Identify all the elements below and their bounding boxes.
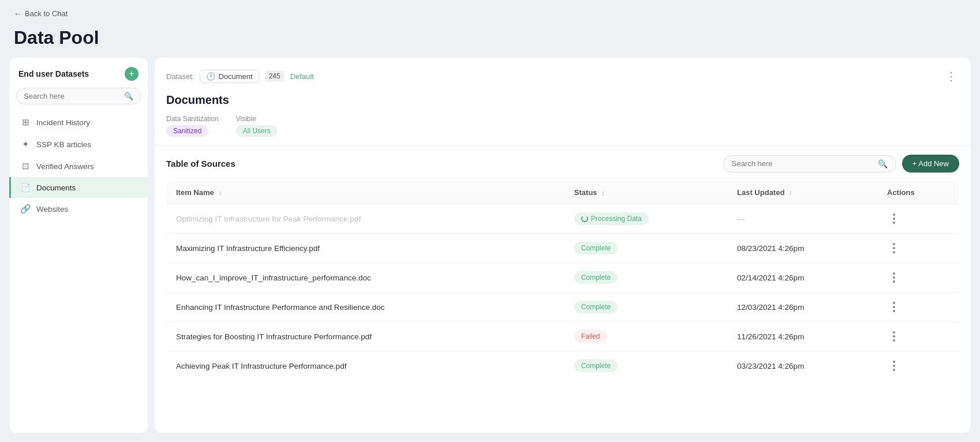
table-row: Enhancing IT Infrastructure Performance … (167, 293, 959, 322)
sanitization-col: Data Sanitization Sanitized (166, 115, 219, 137)
dataset-label: Dataset: (166, 72, 194, 81)
visible-badge: All Users (236, 125, 278, 137)
status-badge: Failed (574, 330, 607, 343)
table-search-box[interactable]: 🔍 (723, 155, 896, 173)
table-row: Achieving Peak IT Infrastructure Perform… (167, 351, 959, 381)
meta-row: Data Sanitization Sanitized Visible All … (166, 115, 959, 145)
sidebar-item-label: Verified Answers (36, 162, 94, 171)
sort-icon-updated[interactable]: ↕ (789, 189, 792, 196)
visible-col: Visible All Users (236, 115, 278, 137)
sidebar-nav: ⊞ Incident History ✦ SSP KB articles ⊡ V… (9, 111, 148, 220)
sidebar-search-box[interactable]: 🔍 (16, 88, 141, 104)
cell-status: Complete (565, 351, 728, 381)
cell-last-updated: 03/23/2021 4:26pm (728, 351, 878, 381)
table-search-icon: 🔍 (878, 159, 888, 168)
table-toolbar: Table of Sources 🔍 + Add New (166, 155, 959, 173)
sidebar-search-input[interactable] (24, 92, 121, 100)
sidebar-item-incident-history[interactable]: ⊞ Incident History (9, 111, 148, 133)
cell-item-name: Enhancing IT Infrastructure Performance … (167, 293, 565, 322)
status-badge: Processing Data (574, 212, 649, 225)
cell-item-name: Maximizing IT Infrastructure Efficiency.… (167, 234, 565, 263)
cell-status: Processing Data (565, 204, 728, 234)
sidebar-item-label: SSP KB articles (36, 140, 91, 149)
sort-icon-status[interactable]: ↕ (601, 189, 605, 196)
dataset-default[interactable]: Default (290, 72, 314, 81)
cell-last-updated: 08/23/2021 4:26pm (728, 234, 878, 263)
dataset-row: Dataset: 🕐 Document 245 Default ⋮ (166, 67, 959, 85)
processing-spinner (581, 215, 588, 222)
col-item-name: Item Name ↕ (167, 181, 565, 204)
sidebar-title: End user Datasets (18, 69, 89, 78)
sidebar-item-ssp-kb-articles[interactable]: ✦ SSP KB articles (9, 133, 148, 155)
row-more-button[interactable] (887, 331, 901, 342)
row-more-button[interactable] (887, 361, 901, 371)
sidebar: End user Datasets + 🔍 ⊞ Incident History… (9, 58, 148, 433)
back-label: Back to Chat (25, 9, 68, 18)
dataset-tag: 🕐 Document (200, 70, 259, 83)
sidebar-item-label: Websites (36, 205, 68, 213)
add-dataset-button[interactable]: + (125, 67, 139, 81)
cell-actions[interactable] (878, 293, 959, 322)
documents-icon: 📄 (20, 183, 31, 192)
content-title: Documents (166, 93, 959, 107)
sidebar-item-label: Documents (36, 183, 76, 192)
cell-actions[interactable] (878, 263, 959, 293)
sidebar-item-documents[interactable]: 📄 Documents (9, 177, 148, 198)
status-badge: Complete (574, 271, 618, 284)
ssp-kb-icon: ✦ (20, 139, 31, 149)
sidebar-item-websites[interactable]: 🔗 Websites (9, 198, 148, 220)
cell-status: Failed (565, 322, 728, 351)
sanitization-label: Data Sanitization (166, 115, 219, 123)
dataset-count: 245 (265, 71, 285, 81)
sidebar-search-icon: 🔍 (124, 92, 133, 100)
add-new-button[interactable]: + Add New (902, 155, 959, 173)
col-status: Status ↕ (565, 181, 728, 204)
sidebar-item-verified-answers[interactable]: ⊡ Verified Answers (9, 155, 148, 177)
cell-actions[interactable] (878, 322, 959, 351)
col-actions: Actions (878, 181, 959, 204)
row-more-button[interactable] (887, 302, 901, 312)
table-search-input[interactable] (732, 159, 873, 168)
visible-label: Visible (236, 115, 278, 123)
cell-last-updated: 11/26/2021 4:26pm (728, 322, 878, 351)
row-more-button[interactable] (887, 243, 901, 253)
sanitization-badge: Sanitized (166, 125, 208, 137)
cell-last-updated: 02/14/2021 4:26pm (728, 263, 878, 293)
cell-actions[interactable] (878, 351, 959, 381)
table-title: Table of Sources (166, 159, 235, 168)
table-header-row: Item Name ↕ Status ↕ Last Updated ↕ (167, 181, 959, 204)
content-area: Dataset: 🕐 Document 245 Default ⋮ Docume… (155, 58, 971, 433)
cell-status: Complete (565, 293, 728, 322)
sidebar-header: End user Datasets + (9, 67, 148, 88)
cell-actions[interactable] (878, 234, 959, 263)
header-more-button[interactable]: ⋮ (943, 67, 959, 85)
table-row: How_can_I_improve_IT_infrastructure_perf… (167, 263, 959, 293)
cell-item-name: Strategies for Boosting IT Infrastructur… (167, 322, 565, 351)
table-row: Optimizing IT Infrastructure for Peak Pe… (167, 204, 959, 234)
status-badge: Complete (574, 359, 618, 372)
back-to-chat-link[interactable]: ← Back to Chat (14, 9, 966, 18)
dataset-type: Document (218, 72, 252, 81)
dataset-type-icon: 🕐 (206, 72, 215, 81)
cell-item-name: Optimizing IT Infrastructure for Peak Pe… (167, 204, 565, 234)
content-header: Dataset: 🕐 Document 245 Default ⋮ Docume… (155, 58, 971, 145)
verified-answers-icon: ⊡ (20, 161, 31, 171)
sidebar-item-label: Incident History (36, 118, 90, 127)
cell-last-updated: --- (728, 204, 878, 234)
incident-history-icon: ⊞ (20, 117, 31, 128)
sort-icon-name[interactable]: ↕ (218, 189, 222, 196)
cell-item-name: Achieving Peak IT Infrastructure Perform… (167, 351, 565, 381)
row-more-button[interactable] (887, 272, 901, 283)
cell-item-name: How_can_I_improve_IT_infrastructure_perf… (167, 263, 565, 293)
status-badge: Complete (574, 301, 618, 313)
row-more-button[interactable] (887, 213, 901, 224)
page-title: Data Pool (0, 27, 980, 58)
cell-status: Complete (565, 234, 728, 263)
table-row: Strategies for Boosting IT Infrastructur… (167, 322, 959, 351)
back-arrow-icon: ← (14, 9, 21, 18)
websites-icon: 🔗 (20, 204, 31, 214)
table-section: Table of Sources 🔍 + Add New Item Na (155, 145, 971, 433)
sources-table: Item Name ↕ Status ↕ Last Updated ↕ (166, 181, 959, 381)
cell-status: Complete (565, 263, 728, 293)
cell-actions[interactable] (878, 204, 959, 234)
